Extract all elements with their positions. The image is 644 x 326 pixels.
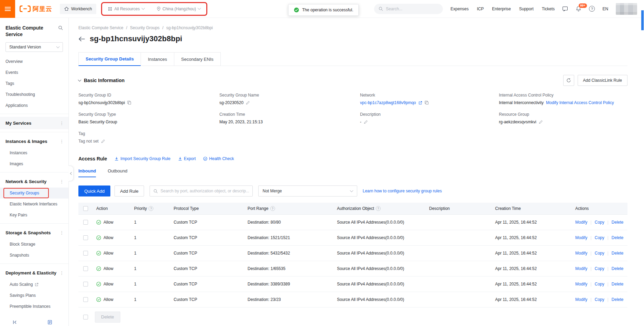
section-menu-icon[interactable]: ⋮ <box>59 179 64 184</box>
page-scrollbar-thumb[interactable] <box>641 10 644 30</box>
sidebar-item-snapshots[interactable]: Snapshots <box>0 250 68 261</box>
tab-inbound[interactable]: Inbound <box>78 168 96 177</box>
edit-icon[interactable] <box>246 101 250 105</box>
external-link-icon[interactable] <box>418 101 422 105</box>
sidebar-item-elastic-network-interfaces[interactable]: Elastic Network Interfaces <box>0 199 68 210</box>
modify-internal-access-policy-link[interactable]: Modify Internal Access Control Policy <box>546 100 614 105</box>
delete-link[interactable]: Delete <box>612 235 624 240</box>
add-classiclink-rule-button[interactable]: Add ClassicLink Rule <box>578 75 627 86</box>
copy-link[interactable]: Copy <box>594 251 604 256</box>
tab-instances[interactable]: Instances <box>141 52 174 66</box>
modify-link[interactable]: Modify <box>575 297 587 302</box>
sidebar-item-block-storage[interactable]: Block Storage <box>0 239 68 250</box>
copy-link[interactable]: Copy <box>594 235 604 240</box>
section-menu-icon[interactable]: ⋮ <box>59 121 64 126</box>
sidebar-section-deployment-elasticity[interactable]: Deployment & Elasticity ⋮ <box>0 267 68 279</box>
sidebar-item-instances[interactable]: Instances <box>0 147 68 158</box>
health-check-link[interactable]: Health Check <box>203 156 234 161</box>
info-icon[interactable]: ? <box>149 206 153 211</box>
sidebar-item-preemptible-instances[interactable]: Preemptible Instances <box>0 301 68 312</box>
row-checkbox[interactable] <box>83 251 88 256</box>
quick-add-button[interactable]: Quick Add <box>78 186 110 196</box>
sidebar-item-overview[interactable]: Overview <box>0 56 68 67</box>
messages-button[interactable] <box>562 6 568 12</box>
sidebar-item-auto-scaling[interactable]: Auto Scaling <box>0 279 68 290</box>
info-icon[interactable]: ? <box>270 206 275 211</box>
row-checkbox[interactable] <box>83 235 88 240</box>
workbench-button[interactable]: Workbench <box>60 4 96 14</box>
modify-link[interactable]: Modify <box>575 251 587 256</box>
copy-link[interactable]: Copy <box>594 220 604 225</box>
sidebar-item-key-pairs[interactable]: Key Pairs <box>0 210 68 221</box>
row-checkbox[interactable] <box>83 266 88 271</box>
delete-link[interactable]: Delete <box>612 220 624 225</box>
tab-secondary-enis[interactable]: Secondary ENIs <box>174 52 221 66</box>
sidebar-item-security-groups[interactable]: Security Groups <box>0 188 68 199</box>
delete-link[interactable]: Delete <box>612 282 624 286</box>
sidebar-section-storage-snapshots[interactable]: Storage & Snapshots ⋮ <box>0 226 68 239</box>
edit-icon[interactable] <box>101 139 105 143</box>
configure-rules-help-link[interactable]: Learn how to configure security group ru… <box>363 189 442 193</box>
copy-link[interactable]: Copy <box>594 282 604 286</box>
nav-support[interactable]: Support <box>519 7 534 11</box>
language-selector[interactable]: EN <box>602 7 608 11</box>
sidebar-section-my-services[interactable]: My Services ⋮ <box>0 117 68 129</box>
delete-link[interactable]: Delete <box>612 297 624 302</box>
modify-link[interactable]: Modify <box>575 220 587 225</box>
export-link[interactable]: Export <box>178 156 196 161</box>
sidebar-item-troubleshooting[interactable]: Troubleshooting <box>0 89 68 100</box>
copy-icon[interactable] <box>127 101 131 105</box>
modify-link[interactable]: Modify <box>575 235 587 240</box>
delete-link[interactable]: Delete <box>612 266 624 271</box>
delete-link[interactable]: Delete <box>612 251 624 256</box>
region-dropdown[interactable]: China (Hangzhou) <box>157 7 200 11</box>
nav-enterprise[interactable]: Enterprise <box>492 7 511 11</box>
sidebar-section-network-security[interactable]: Network & Security ⋮ <box>0 175 68 188</box>
section-menu-icon[interactable]: ⋮ <box>59 270 64 276</box>
collapse-section-icon[interactable] <box>78 78 81 81</box>
select-all-checkbox[interactable] <box>83 206 88 211</box>
nav-icp[interactable]: ICP <box>477 7 484 11</box>
notifications-button[interactable]: 99+ <box>576 6 581 12</box>
vpc-link[interactable]: vpc-bp1c7azp8wgt168v9pmqo <box>360 100 416 105</box>
section-menu-icon[interactable]: ⋮ <box>59 230 64 235</box>
alibaba-cloud-logo[interactable]: 阿里云 <box>19 5 52 13</box>
edit-icon[interactable] <box>364 120 368 124</box>
help-button[interactable]: ? <box>589 6 595 12</box>
row-checkbox[interactable] <box>83 297 88 302</box>
rules-search[interactable] <box>150 186 253 196</box>
header-search-input[interactable] <box>386 7 434 11</box>
row-checkbox[interactable] <box>83 220 88 225</box>
all-resources-dropdown[interactable]: All Resources <box>108 7 144 11</box>
avatar[interactable] <box>616 3 637 15</box>
back-button[interactable] <box>78 36 85 42</box>
info-icon[interactable]: ? <box>376 206 381 211</box>
row-checkbox[interactable] <box>83 282 88 286</box>
rules-search-input[interactable] <box>161 189 249 193</box>
tab-outbound[interactable]: Outbound <box>108 168 127 177</box>
modify-link[interactable]: Modify <box>575 282 587 286</box>
copy-link[interactable]: Copy <box>594 266 604 271</box>
sidebar-collapse-handle[interactable] <box>68 166 74 181</box>
refresh-button[interactable] <box>563 75 574 86</box>
hamburger-menu-button[interactable] <box>0 0 15 18</box>
sidebar-item-events[interactable]: Events <box>0 67 68 78</box>
merge-mode-select[interactable]: Not Merge <box>258 186 357 196</box>
import-security-group-rule-link[interactable]: Import Security Group Rule <box>114 156 170 161</box>
tab-security-group-details[interactable]: Security Group Details <box>78 52 141 66</box>
sidebar-item-applications[interactable]: Applications <box>0 100 68 111</box>
nav-tickets[interactable]: Tickets <box>542 7 555 11</box>
notes-icon[interactable] <box>47 320 52 325</box>
header-search[interactable] <box>374 4 443 14</box>
edit-icon[interactable] <box>539 120 543 124</box>
sidebar-item-images[interactable]: Images <box>0 158 68 169</box>
collapse-sidebar-icon[interactable] <box>12 320 17 325</box>
breadcrumb-security-groups[interactable]: Security Groups <box>130 25 160 30</box>
add-rule-button[interactable]: Add Rule <box>114 186 144 196</box>
modify-link[interactable]: Modify <box>575 266 587 271</box>
breadcrumb-elastic-compute-service[interactable]: Elastic Compute Service <box>78 25 123 30</box>
sidebar-item-tags[interactable]: Tags <box>0 78 68 89</box>
version-select[interactable]: Standard Version <box>6 42 63 52</box>
nav-expenses[interactable]: Expenses <box>450 7 469 11</box>
section-menu-icon[interactable]: ⋮ <box>59 139 64 144</box>
